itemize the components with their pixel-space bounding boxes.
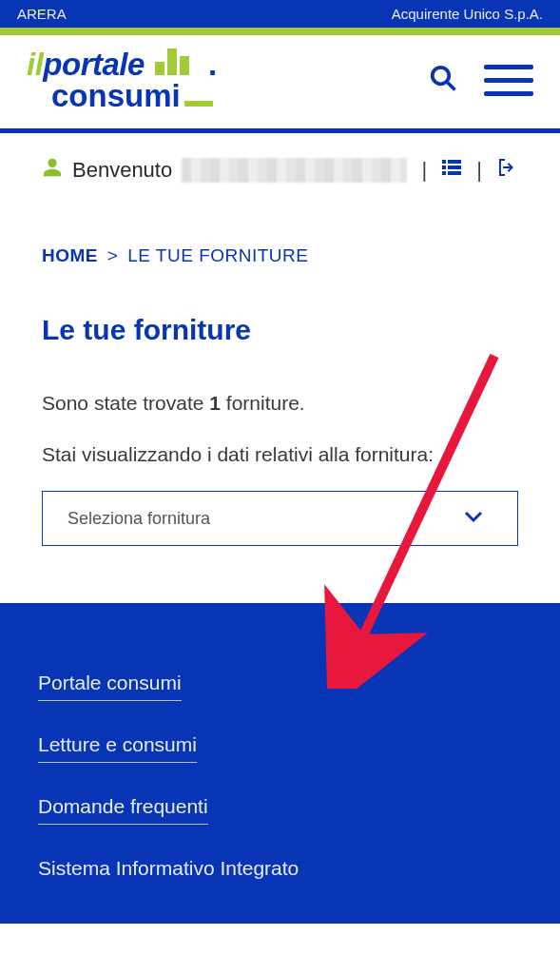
footer-link-portale[interactable]: Portale consumi: [38, 672, 182, 701]
svg-rect-4: [442, 166, 446, 169]
intro-pre: Sono state trovate: [42, 392, 209, 414]
breadcrumb: HOME > LE TUE FORNITURE: [42, 245, 518, 266]
welcome-label: Benvenuto: [72, 158, 172, 183]
chevron-down-icon: [464, 510, 483, 527]
page-title: Le tue forniture: [42, 314, 518, 346]
sub-text: Stai visualizzando i dati relativi alla …: [42, 443, 518, 466]
svg-rect-7: [448, 171, 461, 175]
svg-rect-3: [448, 160, 461, 164]
username-redacted: [182, 158, 406, 183]
search-icon[interactable]: [429, 64, 457, 96]
main-content: HOME > LE TUE FORNITURE Le tue forniture…: [0, 194, 560, 603]
select-placeholder: Seleziona fornitura: [68, 509, 210, 529]
menu-icon[interactable]: [484, 65, 533, 96]
logo[interactable]: ilportale . consumi: [27, 49, 213, 111]
logo-bars-icon: [155, 49, 189, 75]
footer-link-sii[interactable]: Sistema Informativo Integrato: [38, 857, 299, 886]
breadcrumb-current: LE TUE FORNITURE: [127, 245, 308, 265]
footer-link-letture[interactable]: Letture e consumi: [38, 733, 197, 763]
topbar-left[interactable]: ARERA: [17, 6, 67, 22]
user-icon: [42, 156, 63, 185]
fornitura-select[interactable]: Seleziona fornitura: [42, 491, 518, 546]
svg-line-1: [447, 82, 455, 90]
separator: |: [476, 158, 482, 183]
footer: Portale consumi Letture e consumi Domand…: [0, 603, 560, 924]
topbar: ARERA Acquirente Unico S.p.A.: [0, 0, 560, 28]
header: ilportale . consumi: [0, 35, 560, 128]
intro-post: forniture.: [221, 392, 305, 414]
logo-text-consumi: consumi: [51, 80, 181, 111]
welcome-bar: Benvenuto | |: [0, 133, 560, 194]
list-icon[interactable]: [440, 156, 463, 185]
logout-icon[interactable]: [495, 156, 518, 185]
separator: |: [422, 158, 428, 183]
topbar-right[interactable]: Acquirente Unico S.p.A.: [392, 6, 543, 22]
intro-count: 1: [209, 392, 221, 414]
svg-rect-2: [442, 160, 446, 164]
breadcrumb-home[interactable]: HOME: [42, 245, 98, 265]
intro-text: Sono state trovate 1 forniture.: [42, 392, 518, 415]
logo-text-portale: portale: [43, 47, 145, 82]
svg-rect-6: [442, 171, 446, 175]
footer-link-faq[interactable]: Domande frequenti: [38, 795, 208, 825]
logo-text-il: il: [27, 47, 43, 82]
breadcrumb-sep: >: [107, 245, 119, 265]
svg-rect-5: [448, 166, 461, 169]
accent-bar: [0, 28, 560, 35]
svg-point-0: [433, 68, 450, 85]
